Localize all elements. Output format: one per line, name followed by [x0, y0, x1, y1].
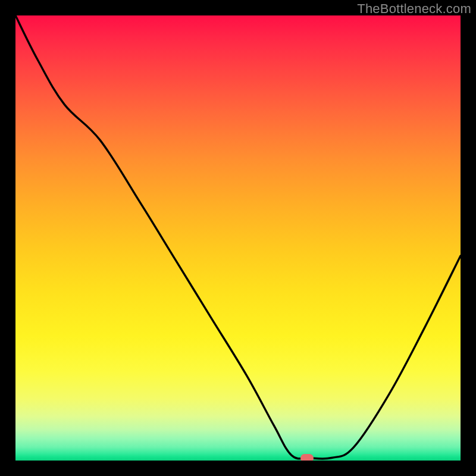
plot-area	[15, 15, 461, 461]
chart-frame: TheBottleneck.com	[0, 0, 476, 476]
current-config-marker	[300, 454, 314, 461]
curve-path	[15, 15, 461, 459]
watermark-text: TheBottleneck.com	[357, 1, 471, 17]
bottleneck-curve	[15, 15, 461, 461]
